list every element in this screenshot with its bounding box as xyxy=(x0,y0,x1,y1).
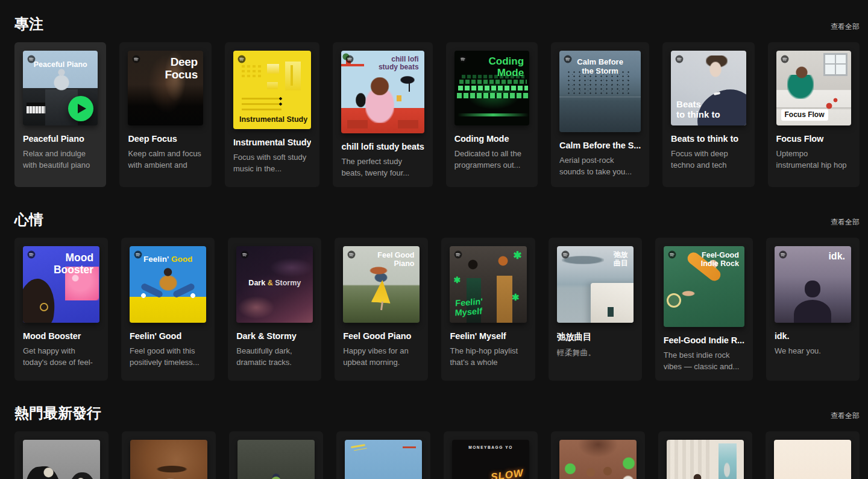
shelf-new-releases: 熱門最新發行 查看全部 MONEYBAGG YO SLOW xyxy=(14,404,860,479)
album-card[interactable] xyxy=(336,431,430,479)
spotify-logo-icon xyxy=(132,55,140,63)
playlist-card[interactable]: Focus Flow Focus Flow Uptempo instrument… xyxy=(768,42,860,187)
playlist-card[interactable]: Feelin'Myself Feelin' Myself The hip-hop… xyxy=(441,238,535,381)
cover-text-line: Focus xyxy=(165,68,197,81)
cover-text-line: Feel-Good xyxy=(702,251,739,259)
cover-title-text: Feel GoodPiano xyxy=(377,251,414,268)
asterisk-icon xyxy=(512,292,520,303)
cover-text-word: Feelin' xyxy=(143,255,169,264)
cover-text-line: Beats xyxy=(676,99,701,109)
playlist-card[interactable]: CodingMode Coding Mode Dedicated to all … xyxy=(446,42,538,187)
shelf-title: 專注 xyxy=(14,14,43,34)
playlist-card[interactable]: chill lofistudy beats chill lofi study b… xyxy=(333,42,432,187)
spotify-logo-icon xyxy=(454,250,462,259)
cover-text-line: Piano xyxy=(394,259,414,268)
cover-title-text: Beatsto think to xyxy=(676,100,720,120)
shelf-mood: 心情 查看全部 MoodBooster Mood Booster Get hap… xyxy=(14,210,860,381)
shelf-header: 專注 查看全部 xyxy=(14,14,860,34)
playlist-cover-art: CodingMode xyxy=(454,51,529,125)
album-cover-art xyxy=(667,440,744,479)
playlist-cover-art: idk. xyxy=(775,246,851,323)
spotify-logo-icon xyxy=(781,55,789,63)
cover-title-text: CodingMode xyxy=(489,56,524,78)
playlist-cover-art: Feel GoodPiano xyxy=(343,246,420,323)
playlist-title: idk. xyxy=(775,331,851,341)
spotify-logo-icon xyxy=(459,55,467,63)
cover-text-line: Coding xyxy=(489,56,524,67)
album-card[interactable] xyxy=(14,431,108,479)
playlist-cover-art: MoodBooster xyxy=(23,246,99,323)
shelf-title: 心情 xyxy=(14,210,43,229)
shelf-title: 熱門最新發行 xyxy=(14,404,101,423)
shelf-grid: Peaceful Piano Peaceful Piano Relax and … xyxy=(14,42,860,187)
playlist-card[interactable]: Feel-GoodIndie Rock Feel-Good Indie R...… xyxy=(655,238,753,381)
playlist-cover-art: Instrumental Study xyxy=(233,51,312,129)
playlist-card[interactable]: DeepFocus Deep Focus Keep calm and focus… xyxy=(119,42,211,187)
cover-text-line: Myself xyxy=(455,306,483,318)
playlist-cover-art: DeepFocus xyxy=(128,51,203,125)
playlist-cover-art: Feel-GoodIndie Rock xyxy=(664,246,744,327)
playlist-card[interactable]: MoodBooster Mood Booster Get happy with … xyxy=(14,238,108,381)
cover-title-text: Focus Flow xyxy=(781,109,828,121)
playlist-title: Feel-Good Indie R... xyxy=(664,335,744,345)
playlist-card[interactable]: Dark & Stormy Dark & Stormy Beautifully … xyxy=(228,238,321,381)
playlist-cover-art: Focus Flow xyxy=(776,51,851,125)
playlist-card[interactable]: Peaceful Piano Peaceful Piano Relax and … xyxy=(14,42,106,187)
cover-title-text: MoodBooster xyxy=(54,252,93,276)
playlist-card[interactable]: idk. idk. We hear you. xyxy=(766,238,860,381)
playlist-cover-art: Beatsto think to xyxy=(671,51,746,125)
playlist-card[interactable]: Feel GoodPiano Feel Good Piano Happy vib… xyxy=(335,238,428,381)
shelf-grid: MONEYBAGG YO SLOW TOMORROW GloRilla Card… xyxy=(14,431,860,479)
album-cover-art xyxy=(130,440,207,479)
playlist-title: Dark & Stormy xyxy=(236,331,313,341)
playlist-description: We hear you. xyxy=(775,345,851,368)
cover-title-text: SLOW xyxy=(490,467,524,479)
album-card[interactable] xyxy=(229,431,323,479)
browse-page: 專注 查看全部 Peaceful Piano Peaceful Piano Re… xyxy=(0,0,868,479)
album-card[interactable] xyxy=(766,431,860,479)
asterisk-icon xyxy=(513,249,521,262)
playlist-card[interactable]: 弛放曲目 弛放曲目 輕柔舞曲。 xyxy=(549,238,642,381)
playlist-description: Uptempo instrumental hip hop beats. xyxy=(776,148,851,171)
spotify-logo-icon xyxy=(347,250,356,259)
playlist-description: Keep calm and focus with ambient and pos… xyxy=(128,148,203,171)
cover-text-line: Indie Rock xyxy=(701,259,739,268)
spotify-logo-icon xyxy=(675,55,684,63)
cover-text-line: Booster xyxy=(54,264,93,276)
playlist-description: Feel good with this positively timeless.… xyxy=(130,345,206,368)
playlist-description: Aerial post-rock sounds to take you... xyxy=(559,154,641,177)
playlist-title: 弛放曲目 xyxy=(557,331,634,343)
album-card[interactable]: TOMORROW GloRilla Cardi B xyxy=(551,431,645,479)
spotify-logo-icon xyxy=(561,250,570,259)
playlist-card[interactable]: Beatsto think to Beats to think to Focus… xyxy=(662,42,754,187)
playlist-description: Beautifully dark, dramatic tracks. xyxy=(236,345,313,368)
cover-text-line: 弛放 xyxy=(614,250,628,259)
shelf-grid: MoodBooster Mood Booster Get happy with … xyxy=(14,238,860,381)
playlist-description: Get happy with today's dose of feel-good… xyxy=(23,345,99,368)
cover-text-line: to think to xyxy=(676,109,720,119)
album-cover-art xyxy=(774,440,851,479)
cover-title-text: Feel-GoodIndie Rock xyxy=(701,251,739,268)
see-all-link[interactable]: 查看全部 xyxy=(831,411,860,421)
album-card[interactable] xyxy=(658,431,752,479)
playlist-description: Happy vibes for an upbeat morning. xyxy=(343,345,420,368)
cover-artist-text: MONEYBAGG YO xyxy=(452,445,529,449)
playlist-title: Feelin' Good xyxy=(130,331,206,341)
cover-title-text: chill lofistudy beats xyxy=(379,56,419,72)
album-card[interactable]: MONEYBAGG YO SLOW xyxy=(444,431,538,479)
playlist-card[interactable]: Calm Beforethe Storm Calm Before the S..… xyxy=(551,42,649,187)
playlist-cover-art: Calm Beforethe Storm xyxy=(559,51,641,132)
playlist-title: Beats to think to xyxy=(671,134,746,144)
cover-text-word: Stormy xyxy=(275,279,301,287)
playlist-description: Focus with deep techno and tech house. xyxy=(671,148,746,171)
cover-title-text: Instrumental Study xyxy=(239,115,307,124)
cover-text-line: 曲目 xyxy=(614,259,628,267)
playlist-description: Relax and indulge with beautiful piano p… xyxy=(23,148,98,171)
playlist-card[interactable]: Feelin' Good Feelin' Good Feel good with… xyxy=(121,238,215,381)
see-all-link[interactable]: 查看全部 xyxy=(831,22,860,32)
cover-title-text: idk. xyxy=(828,251,845,262)
playlist-card[interactable]: Instrumental Study Instrumental Study Fo… xyxy=(225,42,320,187)
album-card[interactable] xyxy=(122,431,216,479)
play-button[interactable] xyxy=(68,96,93,121)
see-all-link[interactable]: 查看全部 xyxy=(831,217,860,227)
